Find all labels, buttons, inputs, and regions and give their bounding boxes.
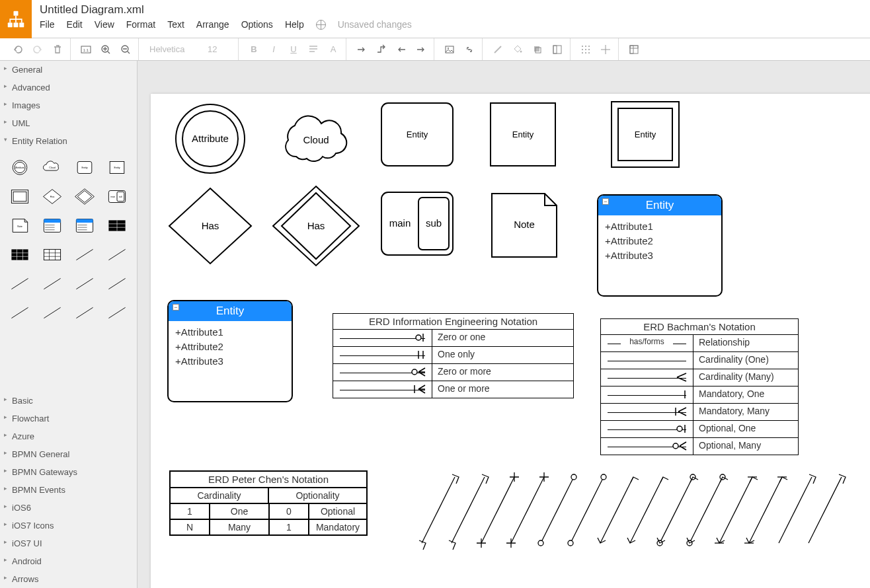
zoom-out-button[interactable] <box>117 41 134 58</box>
shape-main-sub[interactable]: main sub <box>379 190 458 262</box>
guides-button[interactable] <box>597 41 614 58</box>
palette-line-7[interactable] <box>7 301 34 324</box>
shape-ie-notation[interactable]: ERD Information Engineering Notation Zer… <box>333 313 574 398</box>
shadow-button[interactable] <box>529 41 546 58</box>
shape-has-double[interactable]: Has <box>270 183 362 269</box>
menu-text[interactable]: Text <box>167 19 184 30</box>
palette-main-sub[interactable]: mainsub <box>103 184 130 208</box>
sidebar-ios7-icons[interactable]: iOS7 Icons <box>0 517 137 534</box>
canvas-page[interactable]: Attribute Cloud Entity Entity <box>151 94 870 588</box>
canvas-area[interactable]: Attribute Cloud Entity Entity <box>138 61 870 588</box>
sidebar-bpmn-gateways[interactable]: BPMN Gateways <box>0 463 137 481</box>
bold-button[interactable]: B <box>245 41 262 58</box>
layers-button[interactable] <box>549 41 566 58</box>
collapse-icon[interactable]: − <box>173 304 179 311</box>
menu-file[interactable]: File <box>40 19 55 30</box>
sidebar-arrows[interactable]: Arrows <box>0 570 137 588</box>
language-icon[interactable] <box>316 20 326 30</box>
zoom-actual-button[interactable]: 1:1 <box>77 41 95 58</box>
fill-color-button[interactable] <box>509 41 526 58</box>
sidebar-bpmn-general[interactable]: BPMN General <box>0 445 137 463</box>
sidebar-images[interactable]: Images <box>0 96 137 114</box>
sidebar-uml[interactable]: UML <box>0 114 137 132</box>
sidebar-android[interactable]: Android <box>0 552 137 570</box>
italic-button[interactable]: I <box>265 41 282 58</box>
palette-entity-rect[interactable]: Entity <box>103 155 130 179</box>
sidebar-bpmn-events[interactable]: BPMN Events <box>0 481 137 499</box>
menu-help[interactable]: Help <box>285 19 304 30</box>
palette-line-9[interactable] <box>71 301 99 324</box>
connection-arrow-icon[interactable] <box>353 41 370 58</box>
sidebar-basic[interactable]: Basic <box>0 392 137 410</box>
redo-button[interactable] <box>29 41 46 58</box>
zoom-in-button[interactable] <box>97 41 114 58</box>
underline-button[interactable]: U <box>285 41 302 58</box>
shape-connectors[interactable] <box>415 470 865 556</box>
undo-button[interactable] <box>9 41 26 58</box>
shape-entity-card-1[interactable]: − Entity +Attribute1+Attribute2+Attribut… <box>597 194 723 297</box>
outline-button[interactable] <box>625 41 643 58</box>
shape-has[interactable]: Has <box>164 183 257 269</box>
document-title[interactable]: Untitled Diagram.xml <box>40 3 863 17</box>
waypoint-icon[interactable] <box>373 41 390 58</box>
shape-entity-card-2[interactable]: − Entity +Attribute1+Attribute2+Attribut… <box>167 300 293 402</box>
font-size[interactable]: 12 <box>208 44 234 54</box>
palette-line-10[interactable] <box>103 301 130 324</box>
grid-dots-button[interactable] <box>577 41 594 58</box>
palette-line-5[interactable] <box>71 272 99 295</box>
shape-attribute[interactable]: Attribute <box>171 99 250 178</box>
svg-text:Note: Note <box>18 225 23 228</box>
palette-table-black2[interactable] <box>7 242 34 266</box>
menu-view[interactable]: View <box>95 19 114 30</box>
svg-text:sub: sub <box>118 196 122 198</box>
menu-options[interactable]: Options <box>241 19 273 30</box>
palette-line-1[interactable] <box>71 242 99 266</box>
palette-cloud[interactable]: Cloud <box>39 155 66 179</box>
line-color-button[interactable] <box>489 41 506 58</box>
palette-entity-rounded[interactable]: Entity <box>71 155 99 179</box>
palette-line-4[interactable] <box>39 272 66 295</box>
palette-line-3[interactable] <box>7 272 34 295</box>
palette-table-outline[interactable] <box>39 242 66 266</box>
shape-note[interactable]: Note <box>488 190 561 262</box>
sidebar-azure[interactable]: Azure <box>0 427 137 445</box>
sidebar-general[interactable]: General <box>0 61 137 79</box>
shape-cloud[interactable]: Cloud <box>276 107 356 173</box>
shape-bachman-notation[interactable]: ERD Bachman's Notation has/formsRelation… <box>600 318 799 455</box>
shape-entity-rect[interactable]: Entity <box>488 100 561 173</box>
menu-edit[interactable]: Edit <box>67 19 83 30</box>
palette-line-6[interactable] <box>103 272 130 295</box>
shape-entity-rounded[interactable]: Entity <box>379 100 458 173</box>
font-select[interactable]: Helvetica <box>145 44 205 54</box>
shape-entity-double[interactable]: Entity <box>610 100 683 173</box>
line-start-icon[interactable] <box>393 41 410 58</box>
palette-note[interactable]: Note <box>7 213 34 237</box>
font-color-button[interactable]: A <box>325 41 342 58</box>
collapse-icon[interactable]: − <box>602 198 609 205</box>
palette-line-8[interactable] <box>39 301 66 324</box>
image-button[interactable] <box>441 41 458 58</box>
line-end-icon[interactable] <box>413 41 430 58</box>
delete-button[interactable] <box>49 41 66 58</box>
palette-entity-double[interactable] <box>7 184 34 208</box>
sidebar-ios6[interactable]: iOS6 <box>0 499 137 517</box>
menu-format[interactable]: Format <box>126 19 155 30</box>
palette-table-black[interactable] <box>103 213 130 237</box>
sidebar-advanced[interactable]: Advanced <box>0 79 137 96</box>
menu-arrange[interactable]: Arrange <box>196 19 229 30</box>
palette-attribute[interactable]: Attribute <box>7 155 34 179</box>
sidebar-flowchart[interactable]: Flowchart <box>0 410 137 427</box>
app-logo[interactable] <box>0 0 32 38</box>
shape-peterchen-notation[interactable]: ERD Peter Chen's Notation CardinalityOpt… <box>169 470 368 536</box>
palette-has-double[interactable] <box>71 184 99 208</box>
sidebar-ios7-ui[interactable]: iOS7 UI <box>0 534 137 552</box>
sidebar-entity-relation[interactable]: Entity Relation <box>0 132 137 150</box>
palette-has[interactable]: Has <box>39 184 66 208</box>
align-button[interactable] <box>305 41 322 58</box>
palette-entity-blue[interactable] <box>39 213 66 237</box>
palette-line-2[interactable] <box>103 242 130 266</box>
palette-entity-blue2[interactable] <box>71 213 99 237</box>
svg-point-10 <box>520 50 522 52</box>
link-button[interactable] <box>461 41 478 58</box>
svg-text:Has: Has <box>202 220 219 231</box>
